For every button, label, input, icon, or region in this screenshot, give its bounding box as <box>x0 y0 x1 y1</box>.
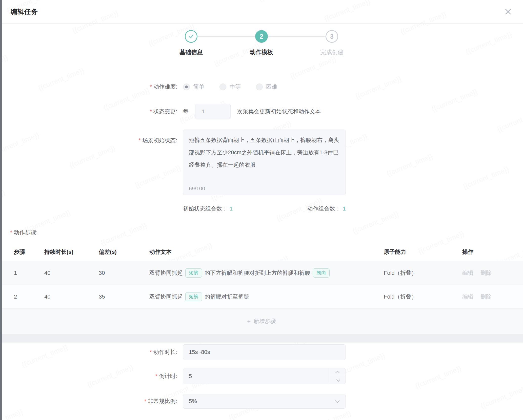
object-tag: 短裤 <box>185 292 202 301</box>
state-change-suffix: 次采集会更新初始状态和动作文本 <box>237 108 321 115</box>
action-steps-section-label: *动作步骤: <box>10 229 523 236</box>
difficulty-option-medium[interactable]: 中等 <box>219 83 241 91</box>
step-label-finish: 完成创建 <box>297 48 367 56</box>
delete-button[interactable]: 删除 <box>480 293 492 300</box>
cell-duration: 40 <box>44 293 99 300</box>
required-asterisk: * <box>150 83 152 90</box>
cell-duration: 40 <box>44 270 99 276</box>
difficulty-option-easy[interactable]: 简单 <box>183 83 204 91</box>
increment-button[interactable] <box>330 368 346 376</box>
edit-button[interactable]: 编辑 <box>462 270 473 276</box>
difficulty-radio-2[interactable] <box>256 83 263 90</box>
cell-ability: Fold（折叠） <box>384 293 462 301</box>
initial-state-textarea-wrap: 短裤五条数据背面朝上，五条数据正面朝上，裤腰朝右，离头部视野下方至少20cm之外… <box>183 130 346 195</box>
cell-action-text: 双臂协同抓起 短裤 的下方裤腿和裤腰对折到上方的裤腿和裤腰 朝向 <box>149 268 384 278</box>
dialog-header: 编辑任务 <box>0 0 523 24</box>
stepper: 2 3 <box>156 30 367 43</box>
initial-combo-value: 1 <box>230 205 233 212</box>
difficulty-row: *动作难度: 简单 中等 困难 <box>0 83 523 91</box>
chevron-down-icon <box>336 378 340 382</box>
difficulty-radio-1[interactable] <box>219 83 226 90</box>
char-counter: 69/100 <box>189 185 205 192</box>
table-row: 2 40 35 双臂协同抓起 短裤 的裤腰对折至裤腿 Fold（折叠） 编辑删除 <box>0 285 523 309</box>
page-edge-strip <box>0 0 2 420</box>
edit-task-dialog: {{current_time}} {{current_time}} 编辑任务 <box>0 0 523 420</box>
countdown-row: *倒计时: <box>0 368 523 384</box>
dialog-title: 编辑任务 <box>11 7 38 16</box>
initial-state-label: *场景初始状态: <box>0 130 183 144</box>
table-header-row: 步骤 持续时长(s) 偏差(s) 动作文本 原子能力 操作 <box>0 243 523 261</box>
combo-counts-row: 初始状态组合数：1 动作组合数：1 <box>0 205 523 213</box>
countdown-stepper <box>183 368 346 384</box>
object-tag: 短裤 <box>185 268 202 278</box>
table-row: 1 40 30 双臂协同抓起 短裤 的下方裤腿和裤腰对折到上方的裤腿和裤腰 朝向… <box>0 261 523 285</box>
chevron-down-icon <box>335 398 339 403</box>
edit-button[interactable]: 编辑 <box>462 293 473 300</box>
orientation-tag: 朝向 <box>313 268 330 278</box>
cell-operations: 编辑删除 <box>462 293 513 301</box>
close-icon[interactable] <box>504 7 512 16</box>
difficulty-radio-group: 简单 中等 困难 <box>183 83 292 91</box>
cell-operations: 编辑删除 <box>462 269 513 277</box>
difficulty-option-hard[interactable]: 困难 <box>256 83 277 91</box>
unusual-ratio-value: 5% <box>189 398 197 405</box>
header-deviation: 偏差(s) <box>99 248 149 256</box>
unusual-ratio-select[interactable]: 5% <box>183 394 346 409</box>
cell-step: 2 <box>14 293 44 300</box>
cell-deviation: 35 <box>99 293 149 300</box>
step-circle-active: 2 <box>255 30 268 43</box>
cell-deviation: 30 <box>99 270 149 276</box>
plus-icon: + <box>247 318 251 325</box>
step-label-action-template: 动作模板 <box>226 48 297 56</box>
action-steps-table: 步骤 持续时长(s) 偏差(s) 动作文本 原子能力 操作 1 40 30 双臂… <box>0 243 523 343</box>
duration-input[interactable] <box>183 344 346 360</box>
duration-row: *动作时长: <box>0 344 523 360</box>
countdown-input[interactable] <box>183 368 315 384</box>
chevron-up-icon <box>335 371 339 375</box>
initial-state-textarea[interactable]: 短裤五条数据背面朝上，五条数据正面朝上，裤腰朝右，离头部视野下方至少20cm之外… <box>189 134 340 174</box>
delete-button[interactable]: 删除 <box>480 270 492 276</box>
action-combo-value: 1 <box>343 205 346 212</box>
step-label-basic-info: 基础信息 <box>156 48 226 56</box>
initial-state-row: *场景初始状态: 短裤五条数据背面朝上，五条数据正面朝上，裤腰朝右，离头部视野下… <box>0 130 523 195</box>
duration-label: *动作时长: <box>0 348 183 356</box>
step-circle-pending: 3 <box>326 30 338 43</box>
header-duration: 持续时长(s) <box>44 248 99 256</box>
add-step-button[interactable]: + 新增步骤 <box>0 309 523 334</box>
initial-state-combo-count: 初始状态组合数：1 <box>183 205 233 213</box>
header-operations: 操作 <box>462 248 513 256</box>
header-step: 步骤 <box>14 248 44 256</box>
check-icon <box>188 33 194 40</box>
decrement-button[interactable] <box>330 376 346 384</box>
unusual-ratio-label: *非常规比例: <box>0 397 183 405</box>
difficulty-label: *动作难度: <box>0 83 183 91</box>
state-change-row: *状态变更: 每 次采集会更新初始状态和动作文本 <box>0 104 523 119</box>
unusual-ratio-row: *非常规比例: 5% <box>0 394 523 409</box>
step-labels: 基础信息 动作模板 完成创建 <box>156 48 367 56</box>
header-ability: 原子能力 <box>384 248 462 256</box>
difficulty-radio-0[interactable] <box>183 83 190 90</box>
step-circle-done <box>185 30 197 43</box>
countdown-label: *倒计时: <box>0 372 183 380</box>
header-action-text: 动作文本 <box>149 248 384 256</box>
cell-step: 1 <box>14 270 44 276</box>
state-change-input[interactable] <box>195 104 231 119</box>
cell-action-text: 双臂协同抓起 短裤 的裤腰对折至裤腿 <box>149 292 384 301</box>
state-change-prefix: 每 <box>183 108 189 115</box>
action-combo-count: 动作组合数：1 <box>307 205 346 213</box>
cell-ability: Fold（折叠） <box>384 269 462 277</box>
section-divider <box>0 334 523 343</box>
state-change-label: *状态变更: <box>0 108 183 115</box>
